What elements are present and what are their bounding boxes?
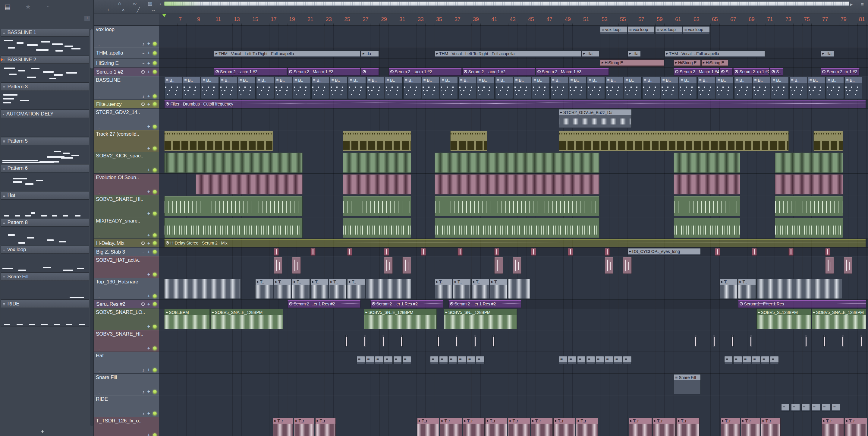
clip[interactable]: ≡B.. bbox=[164, 77, 182, 99]
timeline-ruler[interactable]: 7911131517192123252729313335373941434547… bbox=[159, 14, 868, 26]
clip[interactable] bbox=[343, 218, 411, 238]
track-enable-led[interactable] bbox=[153, 272, 157, 277]
clip[interactable]: ▸▸T.. bbox=[471, 279, 489, 299]
clip[interactable]: Filter - Drumbus - Cutoff frequency bbox=[164, 100, 866, 108]
clip[interactable]: ▸▸T.. bbox=[292, 279, 310, 299]
track-enable-led[interactable] bbox=[153, 368, 157, 372]
track-header[interactable]: BASSLINE...♪+ bbox=[94, 76, 159, 100]
clip[interactable] bbox=[775, 174, 843, 195]
clip[interactable] bbox=[435, 174, 599, 195]
move-track-icon[interactable]: + bbox=[147, 346, 150, 351]
grid-row[interactable]: H-Delay Stereo - Serum 2 - Mix bbox=[159, 239, 868, 248]
clip[interactable]: ≡ bbox=[724, 356, 733, 364]
clip[interactable]: ≡B.. bbox=[550, 77, 568, 99]
clip[interactable] bbox=[674, 218, 740, 238]
clip[interactable] bbox=[164, 152, 303, 173]
pattern-item[interactable]: ≡BASSLINE 1 bbox=[1, 29, 89, 56]
clip[interactable] bbox=[310, 248, 315, 256]
clip[interactable] bbox=[435, 196, 599, 216]
clip[interactable] bbox=[775, 196, 843, 216]
link-icon[interactable]: ∞ bbox=[131, 0, 138, 7]
clip[interactable] bbox=[559, 131, 789, 151]
clip[interactable]: Serum 2 -..acro 1 #2 bbox=[389, 68, 462, 76]
paint-icon[interactable]: ▨ bbox=[147, 0, 153, 7]
clip[interactable]: ≡ bbox=[375, 356, 384, 364]
clip[interactable]: ≡B.. bbox=[734, 77, 752, 99]
clip[interactable]: ▸▸SOBV5_SNA..E_128BPM bbox=[210, 309, 283, 329]
clip[interactable]: ≡ bbox=[781, 404, 790, 412]
clip[interactable] bbox=[361, 68, 379, 76]
clip[interactable] bbox=[456, 335, 458, 347]
clip[interactable]: ▸▸HiString E bbox=[600, 59, 664, 67]
clip[interactable]: ≡ bbox=[586, 356, 595, 364]
track-enable-led[interactable] bbox=[153, 346, 157, 350]
clip[interactable]: ≡B.. bbox=[606, 77, 623, 99]
grid-row[interactable] bbox=[159, 256, 868, 278]
clip[interactable]: ▸▸T.. bbox=[453, 279, 471, 299]
clip[interactable] bbox=[824, 335, 826, 347]
clip[interactable] bbox=[825, 248, 830, 256]
clip[interactable]: ≡ bbox=[832, 404, 841, 412]
clip[interactable] bbox=[825, 257, 834, 274]
pattern-list-scrollbar[interactable] bbox=[90, 29, 93, 426]
clip[interactable] bbox=[674, 152, 740, 173]
clip[interactable]: ≡B.. bbox=[403, 77, 421, 99]
track-header[interactable]: SOBV3_SNARE_HI.....+ bbox=[94, 195, 159, 217]
clip[interactable]: ≡B.. bbox=[661, 77, 678, 99]
track-header[interactable]: THM..apella~+ bbox=[94, 47, 159, 59]
clip[interactable] bbox=[401, 335, 403, 347]
clip[interactable]: ≡ bbox=[761, 356, 770, 364]
clip[interactable]: ▸▸T..r bbox=[652, 417, 676, 436]
clip[interactable] bbox=[813, 131, 843, 151]
clip[interactable]: ▸▸T..r bbox=[531, 417, 553, 436]
clip[interactable]: ▸▸THM - Vocal - Left To Right - Full aca… bbox=[214, 50, 361, 57]
clip[interactable]: ≡B.. bbox=[771, 77, 789, 99]
track-header[interactable]: Big Z..Stab 3~+ bbox=[94, 248, 159, 256]
clip[interactable] bbox=[421, 248, 426, 256]
clip[interactable]: ▸▸..lla bbox=[821, 50, 834, 57]
clip[interactable]: ≡B.. bbox=[495, 77, 513, 99]
clip[interactable]: ▸▸T.. bbox=[274, 279, 291, 299]
move-track-icon[interactable]: + bbox=[147, 389, 150, 395]
track-enable-led[interactable] bbox=[153, 433, 157, 436]
clip[interactable]: ≡B.. bbox=[183, 77, 200, 99]
clip[interactable]: ≡B.. bbox=[642, 77, 660, 99]
clip[interactable]: ≡ bbox=[402, 356, 411, 364]
clip[interactable]: ▸▸T.. bbox=[347, 279, 365, 299]
move-track-icon[interactable]: + bbox=[147, 167, 150, 173]
info-button[interactable]: i bbox=[84, 16, 90, 21]
clip[interactable]: ≡B.. bbox=[348, 77, 366, 99]
clip[interactable]: Serum 2 - Macro 1 #3 bbox=[536, 68, 609, 76]
clip[interactable]: ▸▸T..r bbox=[822, 417, 844, 436]
grid-row[interactable]: ≡Snare Fill bbox=[159, 374, 868, 395]
clip[interactable]: Serum 2 -..er 1 Res #2 bbox=[448, 300, 521, 308]
clip[interactable]: ≡ bbox=[822, 404, 830, 412]
clip[interactable] bbox=[366, 279, 411, 299]
clip[interactable]: ≡ bbox=[356, 356, 365, 364]
move-track-icon[interactable]: + bbox=[147, 50, 150, 56]
track-header[interactable]: SOBV2_HAT_activ.....+ bbox=[94, 256, 159, 278]
track-header[interactable]: Seru..o 1 #2+ bbox=[94, 67, 159, 76]
grid-row[interactable] bbox=[159, 130, 868, 152]
clip[interactable]: ▸▸T.. bbox=[738, 279, 756, 299]
grid-row[interactable]: ▸▸SOB..BPM▸▸SOBV5_SNA..E_128BPM▸▸SOBV5_S… bbox=[159, 309, 868, 330]
clip[interactable]: ≡B.. bbox=[679, 77, 697, 99]
clip[interactable]: ▸▸T..r bbox=[844, 417, 867, 436]
clip[interactable]: ≡B.. bbox=[293, 77, 311, 99]
clip[interactable] bbox=[513, 257, 521, 274]
pattern-item[interactable]: ≡BASSLINE 2 bbox=[1, 56, 89, 83]
clip[interactable] bbox=[164, 196, 303, 216]
clip[interactable]: ▸▸T..r bbox=[417, 417, 439, 436]
magnet-icon[interactable]: ∩ bbox=[116, 0, 123, 7]
move-track-icon[interactable]: + bbox=[147, 411, 150, 416]
clip[interactable] bbox=[343, 174, 411, 195]
pattern-item[interactable]: •AUTOMATION DELY bbox=[1, 110, 89, 137]
clip[interactable] bbox=[384, 248, 389, 256]
pattern-item[interactable]: ≡Pattern 3 bbox=[1, 83, 89, 110]
grid-row[interactable]: ▸▸THM - Vocal - Left To Right - Full aca… bbox=[159, 47, 868, 59]
clip[interactable]: ≡Snare Fill bbox=[674, 374, 701, 395]
clip[interactable] bbox=[750, 335, 752, 347]
star-icon[interactable]: ★ bbox=[24, 3, 33, 11]
clip[interactable]: ≡B.. bbox=[532, 77, 550, 99]
grid-row[interactable]: ▸▸STCR2_GDV..re_Buzz_D# bbox=[159, 109, 868, 130]
